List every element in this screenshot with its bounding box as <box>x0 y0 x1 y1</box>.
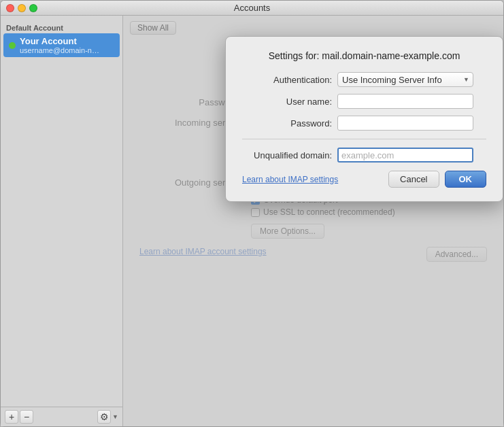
modal-password-row: Password: <box>242 116 486 131</box>
cancel-button[interactable]: Cancel <box>388 171 439 188</box>
minimize-button[interactable] <box>18 4 26 12</box>
modal-username-row: User name: <box>242 94 486 109</box>
gear-dropdown-arrow: ▼ <box>112 413 118 420</box>
add-account-button[interactable]: + <box>5 410 18 424</box>
modal-overlay: Settings for: mail.domain-name-example.c… <box>123 16 503 426</box>
authentication-select[interactable]: Use Incoming Server Info Password Kerber… <box>337 72 473 87</box>
maximize-button[interactable] <box>29 4 37 12</box>
sidebar-section-header: Default Account <box>1 21 122 33</box>
modal-unqualified-label: Unqualified domain: <box>242 150 337 160</box>
modal-server-name: mail.domain-name-example.com <box>322 50 460 61</box>
sidebar-toolbar: + − ⚙ ▼ <box>1 407 122 426</box>
modal-username-label: User name: <box>242 97 337 107</box>
close-button[interactable] <box>6 4 14 12</box>
account-email: username@domain-name <box>20 46 101 54</box>
account-status-dot <box>9 42 16 49</box>
modal-button-group: Cancel OK <box>388 171 486 188</box>
modal-unqualified-row: Unqualified domain: <box>242 148 486 163</box>
gear-button[interactable]: ⚙ <box>97 410 111 424</box>
accounts-window: Accounts Default Account Your Account us… <box>0 0 504 427</box>
learn-imap-modal-link[interactable]: Learn about IMAP settings <box>242 175 338 184</box>
modal-unqualified-input[interactable] <box>337 148 473 163</box>
modal-auth-label: Authentication: <box>242 75 337 85</box>
modal-password-input[interactable] <box>337 116 473 131</box>
modal-footer: Learn about IMAP settings Cancel OK <box>242 171 486 188</box>
ok-button[interactable]: OK <box>445 171 487 188</box>
window-title: Accounts <box>234 3 270 13</box>
modal-divider <box>242 139 486 139</box>
account-name: Your Account <box>20 36 101 46</box>
modal-dialog: Settings for: mail.domain-name-example.c… <box>225 36 503 202</box>
window-content: Default Account Your Account username@do… <box>1 16 503 426</box>
modal-username-input[interactable] <box>337 94 473 109</box>
auth-select-wrapper: Use Incoming Server Info Password Kerber… <box>337 72 473 87</box>
modal-auth-row: Authentication: Use Incoming Server Info… <box>242 72 486 87</box>
window-controls <box>6 4 37 12</box>
sidebar-item-account[interactable]: Your Account username@domain-name <box>3 33 120 57</box>
modal-title-label: Settings for: <box>269 50 320 61</box>
modal-password-label: Password: <box>242 118 337 129</box>
main-panel: Show All Password: Incoming server: : <box>123 16 503 426</box>
remove-account-button[interactable]: − <box>20 410 33 424</box>
sidebar: Default Account Your Account username@do… <box>1 16 123 426</box>
account-info: Your Account username@domain-name <box>20 36 101 54</box>
modal-title: Settings for: mail.domain-name-example.c… <box>242 50 486 61</box>
title-bar: Accounts <box>1 1 503 16</box>
